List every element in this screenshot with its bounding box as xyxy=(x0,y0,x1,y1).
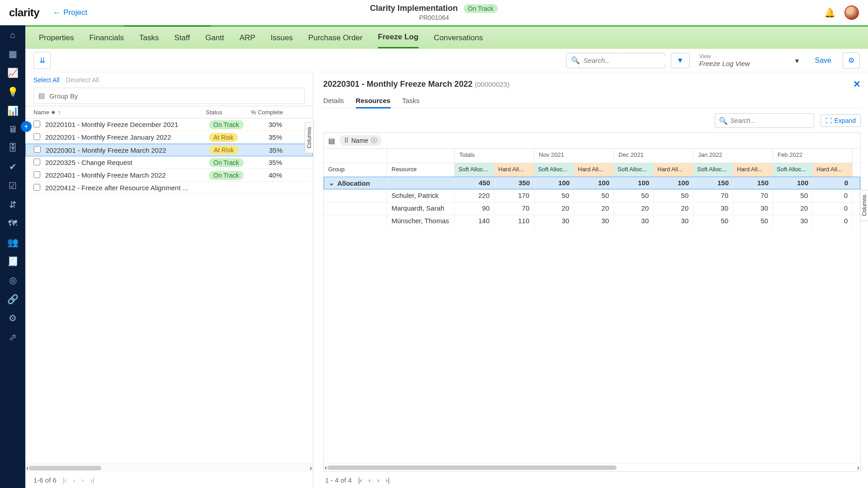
bars-icon[interactable]: 📊 xyxy=(7,105,19,116)
name-chip[interactable]: ⠿ Name ⓧ xyxy=(340,135,382,146)
detail-search-input[interactable] xyxy=(731,117,811,124)
chart-icon[interactable]: 📈 xyxy=(7,67,19,78)
grid-icon[interactable]: ▦ xyxy=(9,48,17,59)
tab-arp[interactable]: ARP xyxy=(240,28,255,48)
grid-hscroll[interactable]: ‹› xyxy=(324,463,860,471)
col-hard: Hard All... xyxy=(574,163,614,177)
monitor-icon[interactable]: 🖥 xyxy=(8,124,17,135)
people-icon[interactable]: 👥 xyxy=(7,237,19,248)
detail-tabs: DetailsResourcesTasks xyxy=(323,94,861,109)
tab-properties[interactable]: Properties xyxy=(39,28,74,48)
cell-value: 450 xyxy=(455,177,495,189)
row-checkbox[interactable] xyxy=(33,121,40,127)
cell-value: 50 xyxy=(574,190,614,202)
list-row[interactable]: 20220301 - Monthly Freeze March 2022At R… xyxy=(25,144,313,156)
detail-tab-details[interactable]: Details xyxy=(323,94,344,108)
status-badge: On Track xyxy=(209,158,244,167)
sort-button[interactable]: ⇊ xyxy=(33,52,51,69)
target-icon[interactable]: ◎ xyxy=(9,275,17,286)
col-group: Group xyxy=(324,163,387,177)
grid-row[interactable]: ⌄ Allocation4503501001001001001501501000 xyxy=(324,177,860,189)
avatar[interactable] xyxy=(844,5,859,20)
db-icon[interactable]: 🗄 xyxy=(8,143,17,153)
checklist-icon[interactable]: ☑ xyxy=(9,180,17,191)
list-row[interactable]: 20220101 - Monthly Freeze December 2021O… xyxy=(25,118,313,131)
list-row[interactable]: 20220325 - Change RequestOn Track35% xyxy=(25,156,313,169)
view-selector[interactable]: View Freeze Log View ▾ xyxy=(695,53,804,68)
list-row[interactable]: 20220412 - Freeze after Resource Alignme… xyxy=(25,182,313,194)
home-icon[interactable]: ⌂ xyxy=(10,30,15,40)
pager-prev[interactable]: ‹ xyxy=(368,476,371,484)
grid-row[interactable]: Münscher, Thomas140110303030305050300 xyxy=(324,215,860,227)
grid-row[interactable]: Schuler, Patrick220170505050507070500 xyxy=(324,189,860,202)
back-label: Project xyxy=(63,8,87,17)
cog-icon[interactable]: ⚙ xyxy=(9,313,17,324)
group-by-box[interactable]: ▤ Group By xyxy=(33,88,305,104)
layout-icon[interactable]: ▤ xyxy=(328,136,335,145)
back-link[interactable]: ← Project xyxy=(53,8,87,17)
detail-search[interactable]: 🔍 xyxy=(715,113,814,128)
pager-first[interactable]: |‹ xyxy=(358,476,362,484)
tab-purchase-order[interactable]: Purchase Order xyxy=(308,28,363,48)
pager-prev[interactable]: ‹ xyxy=(73,476,75,484)
detail-tab-tasks[interactable]: Tasks xyxy=(402,94,420,108)
row-checkbox[interactable] xyxy=(34,146,41,153)
map-icon[interactable]: 🗺 xyxy=(8,218,17,229)
tab-freeze-log[interactable]: Freeze Log xyxy=(378,27,419,48)
left-hscroll[interactable]: ‹› xyxy=(25,464,313,472)
col-soft: Soft Alloc... xyxy=(455,163,495,177)
search-input[interactable] xyxy=(584,56,670,64)
list-row[interactable]: 20220201 - Monthly Freeze January 2022At… xyxy=(25,131,313,144)
row-pct: 30% xyxy=(246,121,287,128)
check-icon[interactable]: ✔ xyxy=(9,161,17,172)
select-all-link[interactable]: Select All xyxy=(33,76,60,84)
idea-icon[interactable]: 💡 xyxy=(7,86,19,97)
right-pane: 20220301 - Monthly Freeze March 2022 (00… xyxy=(313,72,868,488)
row-name: 20220401 - Monthly Freeze March 2022 xyxy=(45,171,201,179)
tab-tasks[interactable]: Tasks xyxy=(139,28,159,48)
cell-value: 150 xyxy=(734,177,774,189)
bell-icon[interactable]: 🔔 xyxy=(824,7,835,18)
group-by-icon: ▤ xyxy=(38,92,45,100)
col-status[interactable]: Status xyxy=(201,109,246,116)
detail-tab-resources[interactable]: Resources xyxy=(356,94,391,108)
col-pct[interactable]: % Complete xyxy=(246,109,296,116)
pager-next[interactable]: › xyxy=(377,476,379,484)
tab-financials[interactable]: Financials xyxy=(89,28,124,48)
cell-value: 100 xyxy=(535,177,575,189)
tab-staff[interactable]: Staff xyxy=(175,28,190,48)
row-checkbox[interactable] xyxy=(33,184,40,191)
row-checkbox[interactable] xyxy=(33,159,40,165)
tab-gantt[interactable]: Gantt xyxy=(205,28,224,48)
list-row[interactable]: 20220401 - Monthly Freeze March 2022On T… xyxy=(25,169,313,182)
add-button[interactable]: + xyxy=(21,121,32,132)
search-box[interactable]: 🔍 xyxy=(566,53,665,68)
export-icon[interactable]: ⬀ xyxy=(9,332,17,343)
row-name: 20220101 - Monthly Freeze December 2021 xyxy=(45,121,201,128)
row-checkbox[interactable] xyxy=(33,133,40,140)
save-button[interactable]: Save xyxy=(809,53,837,68)
pager-last[interactable]: ›| xyxy=(386,476,390,484)
columns-tab[interactable]: Columns xyxy=(305,122,314,153)
link-icon[interactable]: 🔗 xyxy=(7,294,19,305)
filter-button[interactable]: ▼ xyxy=(671,53,690,68)
doc-icon[interactable]: 🧾 xyxy=(7,256,19,267)
grid-row[interactable]: Marquardt, Sarah9070202020203030200 xyxy=(324,202,860,215)
chevron-down-icon[interactable]: ⌄ xyxy=(329,179,335,187)
grid-columns-tab[interactable]: Columns xyxy=(860,190,868,221)
chip-remove-icon[interactable]: ⓧ xyxy=(371,136,377,145)
tab-conversations[interactable]: Conversations xyxy=(434,28,483,48)
grid-header-months: Totals Nov 2021 Dec 2021 Jan 2022 Feb 20… xyxy=(324,149,860,163)
pager-next[interactable]: › xyxy=(82,476,84,484)
pager-first[interactable]: |‹ xyxy=(63,476,67,484)
cell-value: 70 xyxy=(693,190,733,202)
tab-issues[interactable]: Issues xyxy=(271,28,293,48)
hierarchy-icon[interactable]: ⇵ xyxy=(9,199,17,210)
col-name[interactable]: Name xyxy=(33,109,49,116)
expand-button[interactable]: ⛶ Expand xyxy=(821,114,861,127)
col-month: Dec 2021 xyxy=(614,149,693,163)
row-checkbox[interactable] xyxy=(33,171,40,178)
settings-button[interactable]: ⚙ xyxy=(843,52,860,69)
close-button[interactable]: ✕ xyxy=(853,79,861,89)
pager-last[interactable]: ›| xyxy=(90,476,94,484)
